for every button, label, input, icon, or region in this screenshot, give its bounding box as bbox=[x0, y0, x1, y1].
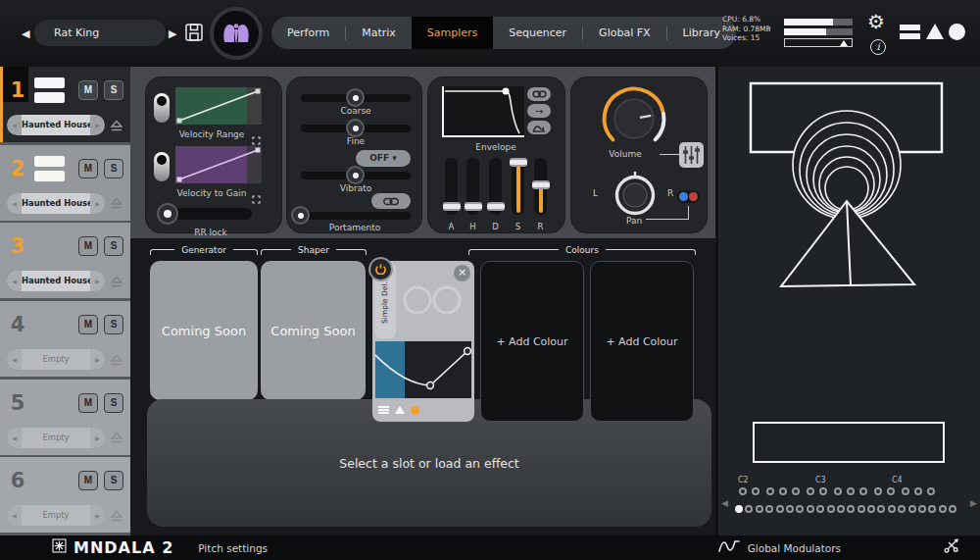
vibrato-knob[interactable] bbox=[346, 166, 365, 184]
white-key-dot[interactable] bbox=[858, 505, 865, 513]
rr-lock-knob[interactable] bbox=[157, 203, 178, 225]
keyboard-scroll-right-icon[interactable]: ▶ bbox=[970, 498, 977, 508]
slot-preset-selector[interactable]: ◀ Haunted House ... ▶ bbox=[7, 193, 105, 214]
mixer-icon[interactable] bbox=[679, 142, 704, 168]
tab-perform[interactable]: Perform bbox=[271, 17, 345, 49]
solo-button[interactable]: S bbox=[104, 393, 123, 413]
black-key-dot[interactable] bbox=[927, 487, 935, 495]
tab-samplers[interactable]: Samplers bbox=[412, 17, 494, 49]
effect-curve-graph[interactable] bbox=[375, 341, 471, 398]
mute-button[interactable]: M bbox=[78, 471, 98, 490]
white-key-dot[interactable] bbox=[939, 505, 947, 513]
scissors-icon[interactable] bbox=[944, 538, 958, 557]
attack-slider[interactable] bbox=[445, 158, 458, 215]
black-key-dot[interactable] bbox=[874, 487, 882, 495]
envelope-arrow-icon[interactable]: → bbox=[527, 104, 551, 118]
generator-slot[interactable]: Coming Soon bbox=[150, 261, 258, 400]
white-key-dot[interactable] bbox=[877, 505, 885, 513]
mute-button[interactable]: M bbox=[78, 236, 98, 256]
prev-preset-icon[interactable]: ◀ bbox=[7, 434, 22, 441]
eject-icon[interactable] bbox=[110, 275, 123, 288]
power-button[interactable] bbox=[368, 257, 393, 281]
black-key-dot[interactable] bbox=[902, 487, 909, 495]
eject-icon[interactable] bbox=[110, 431, 123, 444]
close-icon[interactable]: × bbox=[454, 265, 470, 281]
triangle-mode-icon[interactable] bbox=[395, 406, 405, 414]
mute-button[interactable]: M bbox=[78, 80, 98, 100]
black-key-dot[interactable] bbox=[914, 487, 922, 495]
slot-preset-selector[interactable]: ◀ Empty ▶ bbox=[7, 428, 105, 448]
settings-gear-icon[interactable]: ⚙ bbox=[867, 10, 885, 33]
white-key-dot[interactable] bbox=[918, 505, 926, 513]
envelope-retrigger-icon[interactable] bbox=[527, 121, 551, 134]
white-key-dot[interactable] bbox=[898, 505, 906, 513]
white-key-dot[interactable] bbox=[928, 505, 936, 513]
coarse-knob[interactable] bbox=[346, 88, 365, 107]
next-preset-icon[interactable]: ▶ bbox=[90, 122, 105, 128]
white-key-dot[interactable] bbox=[796, 505, 804, 513]
white-key-dot[interactable] bbox=[837, 505, 845, 513]
slot-preset-selector[interactable]: ◀ Empty ▶ bbox=[7, 349, 105, 370]
black-key-dot[interactable] bbox=[834, 487, 842, 495]
solo-button[interactable]: S bbox=[104, 236, 123, 256]
tab-matrix[interactable]: Matrix bbox=[346, 17, 412, 49]
shaper-slot[interactable]: Coming Soon bbox=[261, 261, 366, 400]
white-key-dot[interactable] bbox=[807, 505, 814, 513]
portamento-knob[interactable] bbox=[291, 206, 310, 225]
velocity-gain-toggle[interactable] bbox=[154, 152, 170, 181]
keyboard-scroll-left-icon[interactable]: ◀ bbox=[721, 498, 728, 508]
limiter-meter[interactable] bbox=[784, 38, 853, 47]
sample-slot-2[interactable]: 2 M S ◀ Haunted House ... ▶ bbox=[0, 145, 130, 221]
envelope-link-icon[interactable] bbox=[527, 87, 551, 101]
eject-icon[interactable] bbox=[110, 119, 123, 132]
white-key-dot[interactable] bbox=[888, 505, 896, 513]
global-modulators-label[interactable]: Global Modulators bbox=[748, 542, 841, 554]
prev-preset-icon[interactable]: ◀ bbox=[7, 122, 22, 128]
preset-name-field[interactable]: Rat King bbox=[34, 20, 166, 46]
save-icon[interactable] bbox=[184, 23, 204, 42]
white-key-dot[interactable] bbox=[735, 505, 743, 513]
sample-slot-5[interactable]: 5 M S ◀ Empty ▶ bbox=[0, 380, 130, 455]
next-preset-icon[interactable]: ▶ bbox=[90, 512, 105, 519]
black-key-dot[interactable] bbox=[807, 487, 814, 495]
envelope-graph[interactable] bbox=[442, 86, 524, 137]
sustain-slider[interactable] bbox=[512, 158, 524, 215]
white-key-dot[interactable] bbox=[908, 505, 916, 513]
add-colour-slot-2[interactable]: + Add Colour bbox=[590, 261, 694, 422]
preset-prev-icon[interactable]: ◀ bbox=[22, 27, 29, 40]
black-key-dot[interactable] bbox=[819, 487, 827, 495]
slot-preset-selector[interactable]: ◀ Haunted House D... ▶ bbox=[7, 115, 105, 135]
expand-icon[interactable] bbox=[252, 130, 261, 139]
prev-preset-icon[interactable]: ◀ bbox=[7, 512, 22, 519]
next-preset-icon[interactable]: ▶ bbox=[90, 356, 105, 363]
velocity-range-toggle[interactable] bbox=[154, 93, 170, 123]
next-preset-icon[interactable]: ▶ bbox=[90, 434, 105, 441]
menu-icon[interactable] bbox=[378, 406, 389, 414]
velocity-gain-graph[interactable] bbox=[175, 146, 262, 183]
white-key-dot[interactable] bbox=[847, 505, 855, 513]
slot-preset-selector[interactable]: ◀ Haunted House ... ▶ bbox=[7, 271, 105, 291]
sample-slot-6[interactable]: 6 M S ◀ Empty ▶ bbox=[0, 457, 130, 533]
next-preset-icon[interactable]: ▶ bbox=[90, 200, 105, 207]
white-key-dot[interactable] bbox=[949, 505, 956, 513]
hold-slider[interactable] bbox=[466, 158, 479, 215]
white-key-dot[interactable] bbox=[827, 505, 835, 513]
prev-preset-icon[interactable]: ◀ bbox=[7, 200, 22, 207]
mondo-brand-logo[interactable] bbox=[210, 7, 263, 60]
add-colour-slot-1[interactable]: + Add Colour bbox=[480, 261, 584, 422]
black-key-dot[interactable] bbox=[859, 487, 867, 495]
tab-sequencer[interactable]: Sequencer bbox=[493, 17, 582, 49]
sample-slot-4[interactable]: 4 M S ◀ Empty ▶ bbox=[0, 301, 130, 377]
black-key-dot[interactable] bbox=[792, 487, 800, 495]
tab-global-fx[interactable]: Global FX bbox=[583, 17, 665, 49]
pan-phase-toggle[interactable] bbox=[677, 190, 700, 203]
portamento-slider[interactable] bbox=[295, 212, 411, 220]
black-key-dot[interactable] bbox=[739, 487, 747, 495]
mute-button[interactable]: M bbox=[78, 393, 98, 413]
next-preset-icon[interactable]: ▶ bbox=[90, 278, 105, 284]
slot-preset-selector[interactable]: ◀ Empty ▶ bbox=[7, 505, 105, 526]
vibrato-mode-dropdown[interactable]: OFF ▾ bbox=[356, 150, 411, 167]
prev-preset-icon[interactable]: ◀ bbox=[7, 278, 22, 284]
white-key-dot[interactable] bbox=[776, 505, 784, 513]
white-key-dot[interactable] bbox=[765, 505, 773, 513]
